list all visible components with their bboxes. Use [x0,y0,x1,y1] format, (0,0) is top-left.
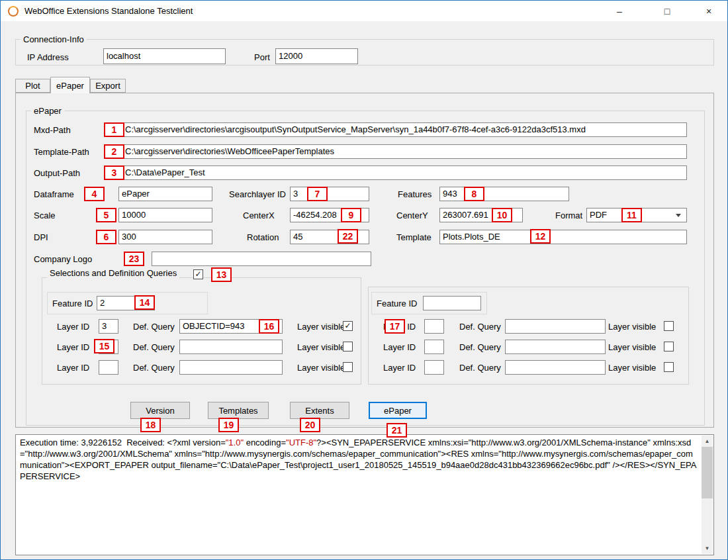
output-path-input[interactable]: C:\Data\ePaper_Test [122,165,687,180]
epaper-group-label: ePaper [31,106,64,116]
annotation-1: 1 [104,122,124,137]
output-text: Execution time: 3,9226152 Received: <?xm… [20,437,698,482]
def-query-label: Def. Query [459,342,501,352]
tab-plot[interactable]: Plot [15,79,50,93]
dataframe-input[interactable]: ePaper [118,187,212,201]
layer-visible-checkbox[interactable] [343,362,353,372]
mxd-path-input[interactable]: C:\arcgisserver\directories\arcgisoutput… [122,122,687,137]
layer-id-input[interactable]: 3 [99,319,118,334]
layer-id-label: Layer ID [57,342,89,352]
close-button[interactable]: × [694,1,724,21]
annotation-13: 13 [211,267,232,282]
annotation-14: 14 [134,295,155,310]
template-path-input[interactable]: C:\arcgisserver\directories\WebOfficeePa… [122,144,687,159]
scroll-up-button[interactable]: ▲ [702,436,713,447]
def-query-input[interactable] [179,360,283,375]
layer-id-label: Layer ID [383,342,416,352]
dpi-input[interactable]: 300 [118,230,212,244]
port-input[interactable]: 12000 [275,48,358,64]
annotation-7: 7 [307,187,328,201]
template-input[interactable]: Plots.Plots_DE [439,230,687,244]
layer-visible-checkbox[interactable] [343,342,353,351]
def-query-label: Def. Query [459,363,501,373]
def-query-input[interactable] [505,319,606,334]
annotation-10: 10 [492,208,512,222]
layer-id-input[interactable] [424,319,444,334]
vertical-scrollbar[interactable]: ▲ ▼ [702,436,713,554]
title-bar: WebOffice Extensions Standalone Testclie… [1,1,727,21]
features-label: Features [398,189,432,199]
scrollbar-thumb[interactable] [702,447,713,498]
layer-visible-label: Layer visible [297,342,345,352]
scale-label: Scale [34,210,56,220]
scroll-down-icon: ▼ [705,545,710,551]
def-query-label: Def. Query [133,363,175,373]
searchlayer-id-input[interactable]: 3 [290,187,369,201]
def-query-label: Def. Query [459,322,501,332]
maximize-button[interactable]: □ [652,1,682,21]
ip-address-label: IP Address [27,52,69,62]
annotation-18: 18 [140,418,161,432]
template-path-label: Template-Path [34,147,89,157]
scroll-down-button[interactable]: ▼ [702,543,713,554]
def-query-input[interactable] [179,340,283,354]
layer-id-input[interactable] [424,340,444,354]
connection-info-group-label: Connection-Info [21,34,87,44]
annotation-21: 21 [387,423,407,438]
layer-id-input[interactable] [99,360,118,375]
templates-button[interactable]: Templates [208,402,269,419]
annotation-3: 3 [104,165,124,180]
annotation-16: 16 [259,319,279,334]
result-output-box[interactable]: Execution time: 3,9226152 Received: <?xm… [15,434,714,555]
layer-visible-label: Layer visible [608,322,656,332]
dpi-label: DPI [34,232,48,242]
layer-id-label: Layer ID [57,363,89,373]
selections-enabled-checkbox[interactable]: ✓ [193,269,203,279]
window-title: WebOffice Extensions Standalone Testclie… [24,6,193,16]
extents-button[interactable]: Extents [290,402,349,419]
layer-id-input[interactable] [424,360,444,375]
company-logo-input[interactable] [152,252,371,266]
layer-visible-checkbox[interactable]: ✓ [343,321,353,331]
layer-id-label: Layer ID [383,363,416,373]
def-query-input[interactable] [505,360,606,375]
annotation-6: 6 [96,230,116,244]
annotation-9: 9 [341,208,361,222]
app-icon [8,6,19,17]
minimize-button[interactable]: – [604,1,635,21]
def-query-label: Def. Query [133,322,175,332]
layer-id-label: Layer ID [57,322,89,332]
tab-epaper[interactable]: ePaper [50,77,90,93]
centery-label: CenterY [396,210,428,220]
dataframe-label: Dataframe [34,189,74,199]
company-logo-label: Company Logo [34,254,92,264]
features-input[interactable]: 943 [439,187,569,201]
epaper-button[interactable]: ePaper [369,402,427,419]
chevron-down-icon [676,214,681,217]
layer-visible-checkbox[interactable] [664,342,674,351]
annotation-4: 4 [84,187,105,201]
tab-export[interactable]: Export [90,79,126,93]
selections-group-label: Selections and Definition Queries [47,268,179,278]
port-label: Port [254,52,270,62]
app-window: WebOffice Extensions Standalone Testclie… [0,0,728,560]
scroll-up-icon: ▲ [705,438,710,444]
annotation-5: 5 [96,208,116,222]
output-path-label: Output-Path [34,168,80,178]
annotation-2: 2 [104,144,124,159]
maximize-icon: □ [664,6,670,17]
annotation-19: 19 [218,418,239,432]
layer-visible-checkbox[interactable] [664,321,674,331]
annotation-20: 20 [300,418,320,432]
format-dropdown-value: PDF [590,210,607,220]
layer-visible-checkbox[interactable] [664,362,674,372]
ip-address-input[interactable]: localhost [103,48,226,64]
centerx-label: CenterX [243,210,275,220]
def-query-input[interactable] [505,340,606,354]
feature-id-input-right[interactable] [423,296,481,310]
layer-visible-label: Layer visible [608,363,656,373]
feature-id-label-left: Feature ID [52,299,93,308]
version-button[interactable]: Version [130,402,190,419]
annotation-8: 8 [464,187,484,201]
scale-input[interactable]: 10000 [118,208,212,222]
